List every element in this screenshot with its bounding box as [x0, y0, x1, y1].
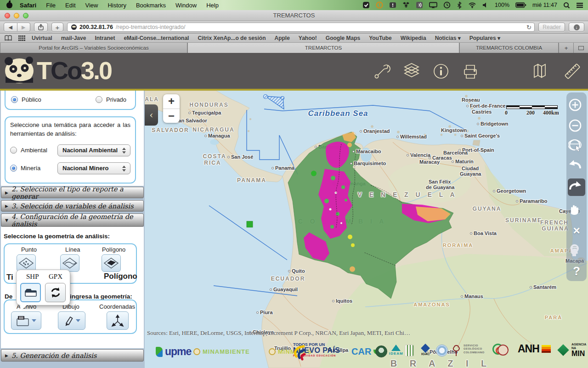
bookmark-google-maps[interactable]: Google Maps [326, 35, 360, 41]
time-machine-icon[interactable] [443, 1, 451, 9]
menu-safari[interactable]: Safari [20, 2, 36, 9]
menu-edit[interactable]: Edit [65, 2, 75, 9]
shield-check-icon[interactable] [362, 1, 370, 9]
forward-button[interactable]: ▶ [17, 23, 31, 32]
bookmarks-book-icon[interactable] [5, 35, 12, 41]
logo-sinchi[interactable] [436, 345, 448, 356]
menu-history[interactable]: History [107, 2, 126, 9]
back-button[interactable]: ◀ [4, 23, 17, 32]
volume-icon[interactable] [482, 2, 489, 8]
logo-ideam[interactable]: IDEAM [389, 345, 403, 356]
drive-alert-icon[interactable] [389, 1, 396, 9]
bluetooth-icon[interactable] [457, 1, 462, 9]
basemap-icon[interactable] [532, 62, 550, 80]
menu-help[interactable]: Help [206, 2, 219, 9]
human-head-button[interactable] [568, 243, 585, 260]
select-mineria[interactable]: Nacional Minero [57, 162, 130, 174]
wifi-icon[interactable] [468, 2, 476, 8]
layers-icon[interactable] [402, 62, 421, 80]
bookmark-youtube[interactable]: YouTube [369, 35, 392, 41]
undo-arrow-button[interactable] [568, 159, 585, 176]
tab-overview-button[interactable] [573, 43, 588, 53]
radio-ambiental[interactable] [10, 147, 17, 154]
reader-button[interactable]: Reader [538, 23, 565, 32]
shp-button[interactable] [20, 283, 41, 302]
accordion-section-5[interactable]: ▶ 5. Generación de ánalisis [1, 349, 144, 362]
menu-clock[interactable]: mié 11:47 [532, 2, 557, 8]
airplay-display-icon[interactable] [429, 1, 437, 9]
info-icon[interactable] [432, 62, 450, 80]
new-tab-toolbar-button[interactable]: + [51, 23, 63, 32]
zoom-out-circle-button[interactable] [568, 119, 585, 135]
logo-upme[interactable]: upme [156, 345, 191, 358]
notification-center-icon[interactable] [576, 2, 583, 8]
share-button[interactable] [34, 23, 48, 32]
logo-parques-nacionales[interactable] [375, 345, 387, 357]
bookmark-mail-jave[interactable]: mail-Jave [61, 35, 86, 41]
bookmark-intranet[interactable]: Intranet [95, 35, 115, 41]
tools-wrench-icon[interactable] [373, 62, 391, 80]
bookmark-apple[interactable]: Apple [274, 35, 289, 41]
menu-window[interactable]: Window [175, 2, 197, 9]
logo-igac[interactable]: IGAC [421, 345, 430, 356]
spotlight-icon[interactable] [563, 2, 570, 9]
ingresa-label-fragment: De [5, 293, 12, 300]
logo-minambiente[interactable]: MINAMBIENTE [193, 348, 250, 355]
reload-button[interactable]: ↻ [526, 24, 531, 31]
bookmark-citrix[interactable]: Citrix XenAp...o de sesión [198, 35, 266, 41]
bookmark-uvirtual[interactable]: Uvirtual [32, 35, 52, 41]
logo-nuevo-pais[interactable]: TODOS POR UN NUEVO PAÍS PAZ EQUIDAD EDUC… [291, 343, 340, 357]
logo-academia-ciencias[interactable] [498, 345, 509, 356]
logo-agencia-mineria[interactable]: AGENCIA NA MIN [557, 343, 588, 358]
map-zoom-in-button[interactable]: + [163, 94, 180, 109]
pan-hand-button[interactable] [568, 202, 585, 219]
close-x-button[interactable]: × [568, 222, 585, 239]
measure-ruler-icon[interactable] [563, 62, 582, 80]
map-zoom-out-button[interactable]: − [163, 109, 180, 123]
sidebar-collapse-button[interactable]: ‹ [145, 104, 158, 126]
redo-arrow-button[interactable] [568, 180, 585, 197]
poligono-button[interactable] [102, 254, 121, 272]
dropbox-icon[interactable] [402, 1, 410, 9]
battery-icon[interactable] [515, 2, 526, 8]
bookmark-wikipedia[interactable]: Wikipedia [401, 35, 426, 41]
menu-view[interactable]: View [85, 2, 98, 9]
bookmark-yahoo[interactable]: Yahoo! [299, 35, 317, 41]
help-button[interactable]: ? [568, 263, 585, 279]
tremarctos-bear-logo[interactable] [3, 56, 37, 86]
logo-car[interactable]: CAR [351, 346, 378, 357]
zoom-in-circle-button[interactable] [568, 98, 585, 115]
bookmark-email[interactable]: eMail-Conse...ternational [124, 35, 189, 41]
radio-mineria[interactable] [10, 165, 17, 172]
dibujo-button[interactable] [58, 311, 85, 330]
archivo-button[interactable] [11, 311, 41, 330]
coordenadas-button[interactable] [107, 311, 129, 330]
tab-tremarctos-colombia[interactable]: TREMARCTOS COLOMBIA [459, 43, 559, 53]
address-bar[interactable]: 200.32.81.76/repo-tremarctos-integrado/ … [67, 23, 535, 32]
bookmark-noticias[interactable]: Noticias ▾ [435, 35, 461, 41]
downloads-button[interactable]: ↓ [569, 23, 584, 32]
accordion-section-2[interactable]: ▶ 2. Seleccione el tipo de reporte a gen… [1, 187, 144, 198]
audio-broadcast-icon[interactable] [416, 1, 423, 9]
map-canvas[interactable]: BarranquillaBucaramangaC O L O M B I A [145, 91, 588, 368]
gpx-button[interactable] [45, 283, 66, 302]
bookmark-populares[interactable]: Populares ▾ [469, 35, 500, 41]
top-sites-grid-icon[interactable] [18, 35, 25, 41]
menu-bookmarks[interactable]: Bookmarks [136, 2, 166, 9]
full-extent-globe-button[interactable] [568, 138, 585, 155]
tab-tremarctos[interactable]: TREMARCTOS [187, 43, 459, 53]
radio-privado[interactable] [96, 96, 102, 103]
radio-publico[interactable] [11, 96, 18, 103]
new-tab-button[interactable]: + [559, 43, 573, 53]
select-ambiental[interactable]: Nacional Ambiental [57, 144, 130, 156]
accordion-section-3[interactable]: ▶ 3. Selección de variables de ánalisis [1, 200, 144, 212]
warning-icon[interactable] [376, 1, 383, 9]
url-path: /repo-tremarctos-integrado/ [116, 24, 185, 30]
menu-file[interactable]: File [46, 2, 56, 9]
apple-menu-icon[interactable] [6, 2, 12, 8]
logo-humboldt[interactable] [405, 345, 414, 356]
tab-portal-arcgis[interactable]: Portal for ArcGIS – Variables Socioeconó… [0, 43, 187, 53]
logo-anh[interactable]: ANH [518, 343, 551, 355]
accordion-section-4[interactable]: ▼ 4. Configuración de la geometría de án… [1, 213, 144, 227]
print-icon[interactable] [460, 62, 479, 80]
